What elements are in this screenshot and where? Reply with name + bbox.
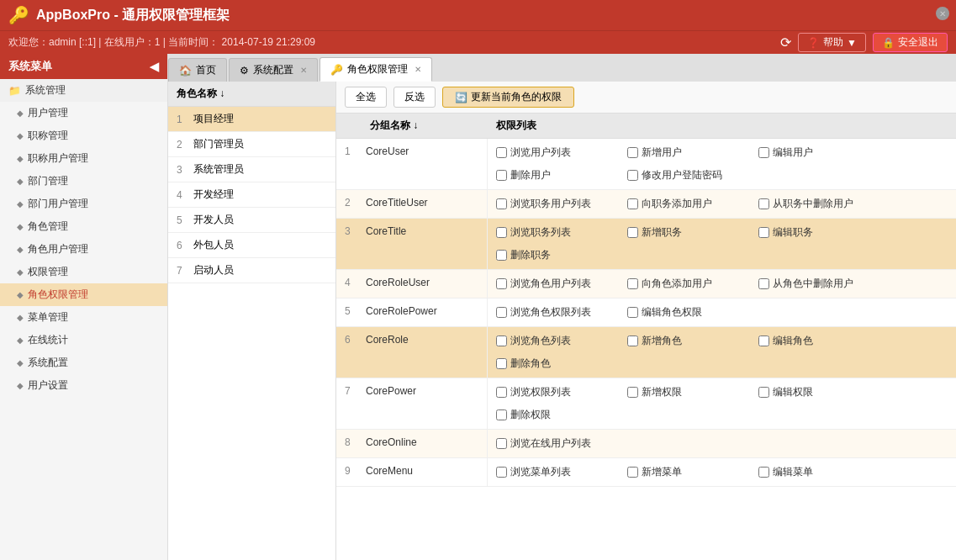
perm-checkbox[interactable] (496, 438, 507, 449)
perm-checkbox[interactable] (627, 278, 638, 289)
sidebar-item-9[interactable]: ◆菜单管理 (0, 306, 167, 329)
row-right: 浏览角色权限列表 编辑角色权限 (488, 298, 956, 326)
perm-checkbox[interactable] (496, 227, 507, 238)
perm-checkbox[interactable] (758, 278, 769, 289)
row-left: 6 CoreRole (336, 327, 488, 378)
topbar: 欢迎您：admin [::1] | 在线用户：1 | 当前时间： 2014-07… (0, 30, 956, 54)
role-list-item-6[interactable]: 7启动人员 (168, 258, 335, 283)
invert-select-button[interactable]: 反选 (393, 87, 436, 108)
perm-label: 浏览权限列表 (510, 385, 571, 399)
sidebar-group-label: 系统管理 (25, 83, 66, 98)
perm-checkbox[interactable] (496, 335, 507, 346)
row-left: 7 CorePower (336, 378, 488, 429)
perm-checkbox[interactable] (627, 198, 638, 209)
sidebar-item-10[interactable]: ◆在线统计 (0, 329, 167, 351)
row-left: 8 CoreOnline (336, 430, 488, 457)
sidebar-item-5[interactable]: ◆角色管理 (0, 215, 167, 238)
select-all-button[interactable]: 全选 (345, 87, 387, 108)
perm-checkbox[interactable] (627, 387, 638, 398)
table-row: 4 CoreRoleUser 浏览角色用户列表 向角色添加用户 从角色中删除用户 (336, 270, 956, 298)
perm-item: 删除权限 (496, 406, 622, 424)
perm-checkbox[interactable] (758, 198, 769, 209)
role-list-item-3[interactable]: 4开发经理 (168, 182, 335, 208)
perm-checkbox[interactable] (496, 467, 507, 478)
perm-checkbox[interactable] (758, 335, 769, 346)
sidebar-item-0[interactable]: ◆用户管理 (0, 102, 167, 124)
diamond-icon: ◆ (17, 381, 24, 390)
sidebar-item-2[interactable]: ◆职称用户管理 (0, 147, 167, 170)
perm-checkbox[interactable] (627, 170, 638, 181)
perm-item: 编辑用户 (758, 144, 885, 161)
tab-0[interactable]: 🏠首页 (168, 58, 227, 82)
logout-button[interactable]: 🔒 安全退出 (873, 33, 948, 52)
sidebar-item-7[interactable]: ◆权限管理 (0, 261, 167, 283)
tab-close-1[interactable]: ✕ (300, 66, 307, 75)
role-list-item-0[interactable]: 1项目经理 (168, 107, 335, 132)
sidebar-item-11[interactable]: ◆系统配置 (0, 351, 167, 374)
perm-label: 从角色中删除用户 (773, 277, 853, 291)
update-icon: 🔄 (455, 92, 467, 103)
perm-item: 删除角色 (496, 355, 622, 372)
refresh-button[interactable]: ⟳ (780, 34, 791, 50)
perm-checkbox[interactable] (496, 198, 507, 209)
tab-icon-0: 🏠 (179, 65, 192, 77)
update-role-perms-button[interactable]: 🔄 更新当前角色的权限 (442, 87, 574, 108)
perm-checkbox[interactable] (496, 358, 507, 369)
row-left: 1 CoreUser (336, 139, 488, 189)
perm-checkbox[interactable] (758, 467, 769, 478)
row-right: 浏览职务用户列表 向职务添加用户 从职务中删除用户 (488, 190, 956, 218)
perm-checkbox[interactable] (627, 147, 638, 158)
perm-checkbox[interactable] (496, 170, 507, 181)
sidebar-item-12[interactable]: ◆用户设置 (0, 374, 167, 397)
tab-1[interactable]: ⚙系统配置✕ (229, 58, 318, 82)
sidebar-group-title[interactable]: 📁 系统管理 (0, 79, 167, 102)
diamond-icon: ◆ (17, 245, 24, 254)
sidebar-collapse-button[interactable]: ◀ (150, 60, 159, 73)
perm-checkbox[interactable] (627, 467, 638, 478)
perm-checkbox[interactable] (627, 335, 638, 346)
perm-checkbox[interactable] (496, 307, 507, 318)
perm-checkbox[interactable] (758, 227, 769, 238)
perm-label: 新增权限 (642, 385, 682, 399)
diamond-icon: ◆ (17, 290, 24, 299)
sidebar-item-6[interactable]: ◆角色用户管理 (0, 238, 167, 261)
row-left: 3 CoreTitle (336, 219, 488, 269)
help-button[interactable]: ❓ 帮助 ▼ (798, 33, 866, 52)
perm-checkbox[interactable] (627, 307, 638, 318)
sidebar-item-3[interactable]: ◆部门管理 (0, 170, 167, 193)
app-title: AppBoxPro - 通用权限管理框架 (36, 7, 230, 24)
perm-item: 删除职务 (496, 246, 622, 264)
perm-label: 浏览角色列表 (510, 334, 571, 348)
role-panel-header: 角色名称 ↓ (168, 82, 335, 107)
role-list-item-4[interactable]: 5开发人员 (168, 208, 335, 233)
perm-checkbox[interactable] (496, 278, 507, 289)
perm-checkbox[interactable] (627, 227, 638, 238)
sidebar-item-4[interactable]: ◆部门用户管理 (0, 193, 167, 215)
tab-2[interactable]: 🔑角色权限管理✕ (320, 57, 432, 82)
perm-item: 浏览菜单列表 (496, 463, 622, 481)
table-row: 6 CoreRole 浏览角色列表 新增角色 编辑角色 删除角色 (336, 327, 956, 378)
perm-label: 浏览角色权限列表 (510, 305, 591, 320)
sidebar-item-8[interactable]: ◆角色权限管理 (0, 283, 167, 306)
diamond-icon: ◆ (17, 335, 24, 345)
perm-item: 修改用户登陆密码 (627, 166, 753, 184)
sidebar-item-1[interactable]: ◆职称管理 (0, 124, 167, 147)
perm-checkbox[interactable] (496, 147, 507, 158)
role-list-item-1[interactable]: 2部门管理员 (168, 132, 335, 157)
sidebar-title: 系统菜单 (8, 59, 52, 74)
perm-label: 从职务中删除用户 (773, 197, 853, 211)
table-row: 1 CoreUser 浏览用户列表 新增用户 编辑用户 删除用户 修改用户登陆密… (336, 139, 956, 190)
perm-checkbox[interactable] (758, 387, 769, 398)
tab-close-2[interactable]: ✕ (415, 65, 421, 74)
perm-checkbox[interactable] (496, 250, 507, 261)
perm-label: 删除权限 (510, 408, 551, 422)
window-close-button[interactable]: ✕ (936, 7, 949, 20)
role-list-item-5[interactable]: 6外包人员 (168, 233, 335, 258)
perm-label: 删除用户 (510, 168, 551, 182)
role-list-item-2[interactable]: 3系统管理员 (168, 157, 335, 182)
row-right: 浏览菜单列表 新增菜单 编辑菜单 (488, 458, 956, 486)
content-area: 🏠首页⚙系统配置✕🔑角色权限管理✕ 角色名称 ↓ 1项目经理2部门管理员3系统管… (168, 54, 956, 560)
perm-checkbox[interactable] (496, 409, 507, 420)
perm-checkbox[interactable] (496, 387, 507, 398)
perm-checkbox[interactable] (758, 147, 769, 158)
